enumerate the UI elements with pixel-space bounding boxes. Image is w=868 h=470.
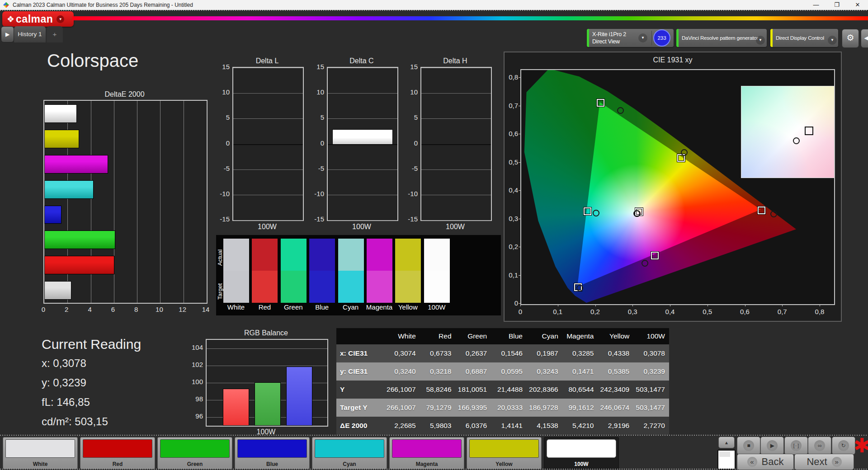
cie-y-tick-label: 0,6 xyxy=(505,130,518,138)
y-tick-label: 0 xyxy=(308,139,324,147)
table-cell: 5,9803 xyxy=(420,417,456,435)
target-swatch xyxy=(252,271,278,303)
x-tick-label: 2 xyxy=(60,306,73,314)
pattern-tile-label: Green xyxy=(158,461,232,467)
gridline xyxy=(233,144,303,145)
gridline xyxy=(328,68,397,68)
pattern-generator-chevron-icon[interactable]: ▼ xyxy=(756,36,765,45)
marching-ants-top xyxy=(0,10,868,11)
table-header-blue: Blue xyxy=(491,328,527,344)
actual-target-swatch-panel: ActualTargetWhiteRedGreenBlueCyanMagenta… xyxy=(216,235,501,315)
x-tick-label: 4 xyxy=(83,306,97,314)
gridline xyxy=(137,101,137,303)
table-cell: 181,0051 xyxy=(456,381,491,399)
pattern-tile-red[interactable]: Red xyxy=(80,437,155,469)
cie-y-tick-label: 0,7 xyxy=(505,102,518,110)
pattern-tile-cyan[interactable]: Cyan xyxy=(312,437,387,469)
deltae-bar-blue xyxy=(44,206,61,224)
meter-count-badge[interactable]: 233 xyxy=(653,29,670,47)
transport-pattern-interval-button[interactable]: [··] xyxy=(784,437,808,455)
display-control-chevron-icon[interactable]: ▼ xyxy=(828,36,837,45)
calman-menu-arrow-icon[interactable]: ▼ xyxy=(57,15,64,23)
gridline xyxy=(207,101,207,303)
tick-mark xyxy=(519,190,521,191)
pattern-window-up-button[interactable]: ▲ xyxy=(718,437,735,448)
cie-x-tick-label: 0,5 xyxy=(699,308,716,316)
transport-stop-button[interactable]: ■ xyxy=(737,437,760,455)
table-cell: 5,4210 xyxy=(562,417,598,435)
meter-dropdown[interactable]: X-Rite i1Pro 2 Direct View ▼ 233 xyxy=(587,29,674,47)
row-label: y: CIE31 xyxy=(336,362,384,381)
cie-x-tick-label: 0,8 xyxy=(811,308,828,316)
tick-mark xyxy=(745,304,745,306)
tick-mark xyxy=(820,304,820,306)
pattern-tile-yellow[interactable]: Yellow xyxy=(467,437,542,469)
thumbnail-inner xyxy=(719,451,730,457)
pattern-tile-green[interactable]: Green xyxy=(157,437,232,469)
back-button[interactable]: «Back xyxy=(737,454,794,470)
restore-button[interactable]: ❐ xyxy=(826,0,847,10)
gridline xyxy=(421,118,491,119)
pattern-tile-label: White xyxy=(3,461,77,467)
pattern-swatch xyxy=(160,439,230,458)
transport-play-button[interactable]: ▶ xyxy=(760,437,784,455)
rgb-balance-plot xyxy=(206,339,328,427)
actual-swatch xyxy=(395,239,421,271)
table-cell: 266,1007 xyxy=(384,381,420,399)
pattern-tile-label: 100W xyxy=(544,461,618,467)
table-cell: 0,0595 xyxy=(491,362,527,381)
deltae-bar-yellow xyxy=(44,130,79,148)
tab-history-1[interactable]: History 1 xyxy=(14,26,46,42)
table-header-magenta: Magenta xyxy=(562,328,598,344)
calman-app-icon xyxy=(3,2,9,8)
collapse-panel-icon[interactable]: ◀ xyxy=(861,29,868,48)
table-cell: 0,3239 xyxy=(633,362,669,381)
minimize-button[interactable]: — xyxy=(806,0,826,10)
display-control-dropdown[interactable]: Direct Display Control ▼ xyxy=(770,29,838,47)
transport-continuous-button[interactable]: ∞ xyxy=(808,437,831,455)
table-cell: 0,3240 xyxy=(384,362,420,381)
pattern-tile-magenta[interactable]: Magenta xyxy=(389,437,464,469)
stop-icon: ■ xyxy=(743,440,754,451)
tick-mark xyxy=(519,303,521,304)
add-tab-button[interactable]: + xyxy=(47,26,63,42)
target-swatch xyxy=(367,271,392,303)
transport-refresh-button[interactable]: ↻ xyxy=(832,437,855,455)
pattern-generator-dropdown[interactable]: DaVinci Resolve pattern generator ▼ xyxy=(676,29,767,47)
cie-y-tick-label: 0,3 xyxy=(505,215,518,223)
table-cell: 0,4338 xyxy=(598,344,634,362)
delta_c-plot xyxy=(327,67,398,221)
next-button[interactable]: Next» xyxy=(794,454,854,470)
settings-gear-icon[interactable]: ⚙ xyxy=(842,29,859,48)
measured-marker-red xyxy=(770,211,777,217)
calman-menu-button[interactable]: ❖ calman ▼ xyxy=(2,11,74,27)
y-tick-label: 0 xyxy=(213,139,230,147)
tick-mark xyxy=(595,304,596,306)
pattern-tile-100w[interactable]: 100W xyxy=(544,437,619,469)
meter-chevron-icon[interactable]: ▼ xyxy=(638,33,647,42)
table-cell: 2,2685 xyxy=(384,417,420,435)
pattern-tile-white[interactable]: White xyxy=(3,437,78,469)
pattern-tile-blue[interactable]: Blue xyxy=(235,437,310,469)
current-reading-title: Current Reading xyxy=(42,337,141,352)
pattern-window-thumbnail[interactable] xyxy=(717,450,736,470)
table-cell: 0,3074 xyxy=(384,344,420,362)
pattern-interval-icon: [··] xyxy=(791,440,802,451)
table-row: Target Y266,100779,1279166,939520,033318… xyxy=(336,399,669,417)
layout-expand-button[interactable]: ▶ xyxy=(1,26,14,42)
measured-marker-blue xyxy=(576,285,583,291)
tick-mark xyxy=(519,106,521,106)
gridline xyxy=(421,220,491,221)
close-button[interactable]: ✕ xyxy=(847,0,868,10)
measured-marker-100w xyxy=(634,210,641,217)
gridline xyxy=(233,93,303,94)
gridline xyxy=(160,101,160,303)
current-reading-y: y: 0,3239 xyxy=(42,376,86,389)
cie-x-tick-label: 0,7 xyxy=(774,308,790,316)
table-cell: 503,1477 xyxy=(633,399,669,417)
table-cell: 58,8246 xyxy=(420,381,456,399)
y-tick-label: 15 xyxy=(401,63,418,71)
actual-swatch xyxy=(424,239,450,271)
y-tick-label: -15 xyxy=(213,215,230,223)
app-window: Calman 2023 Calman Ultimate for Business… xyxy=(0,0,868,470)
